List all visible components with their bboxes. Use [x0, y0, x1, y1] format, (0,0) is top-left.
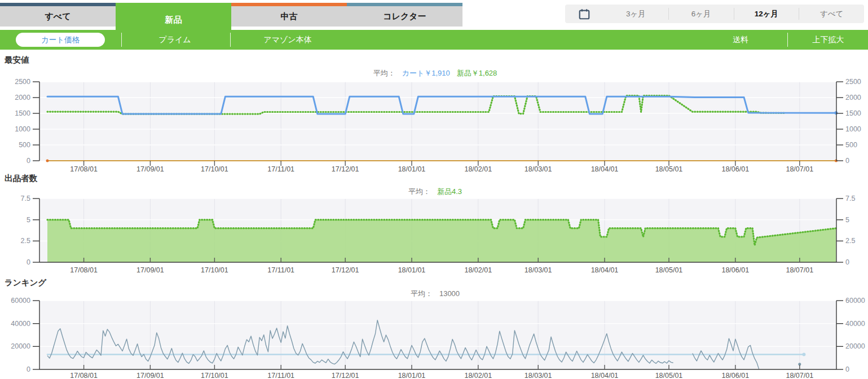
expand-vertical-button[interactable]: 上下拡大: [793, 30, 863, 50]
svg-text:18/05/01: 18/05/01: [655, 372, 683, 379]
svg-text:17/11/01: 17/11/01: [267, 266, 294, 274]
price-type-toolbar: カート価格 プライム アマゾン本体 送料 上下拡大: [0, 30, 868, 50]
svg-text:0: 0: [845, 258, 849, 266]
tab-new[interactable]: 新品: [116, 3, 231, 33]
price-tracker-page: すべて 新品 中古 コレクター 3ヶ月 6ヶ月 12ヶ月 すべて カート価格 プ…: [0, 0, 868, 379]
svg-text:17/09/01: 17/09/01: [136, 266, 164, 274]
svg-text:2000: 2000: [845, 94, 861, 102]
svg-text:0: 0: [845, 157, 849, 165]
svg-text:18/01/01: 18/01/01: [398, 266, 426, 274]
svg-text:18/06/01: 18/06/01: [721, 266, 749, 274]
tab-all[interactable]: すべて: [0, 3, 116, 27]
svg-text:18/05/01: 18/05/01: [655, 266, 683, 274]
cart-price-button[interactable]: カート価格: [16, 33, 105, 47]
condition-tabs: すべて 新品 中古 コレクター: [0, 3, 462, 33]
prime-button[interactable]: プライム: [130, 30, 220, 50]
tab-collectible[interactable]: コレクター: [347, 3, 462, 27]
tab-all-label: すべて: [45, 11, 71, 22]
svg-text:60000: 60000: [845, 298, 865, 305]
svg-text:40000: 40000: [11, 320, 30, 328]
svg-text:18/07/01: 18/07/01: [786, 165, 813, 173]
svg-text:18/03/01: 18/03/01: [525, 165, 552, 173]
svg-text:7.5: 7.5: [845, 195, 855, 202]
svg-text:18/04/01: 18/04/01: [591, 165, 619, 173]
svg-text:18/06/01: 18/06/01: [721, 372, 749, 379]
svg-text:17/12/01: 17/12/01: [332, 372, 359, 379]
svg-text:18/07/01: 18/07/01: [786, 266, 813, 274]
tab-used-label: 中古: [281, 11, 298, 22]
toolbar-separator: [230, 33, 231, 47]
svg-text:18/03/01: 18/03/01: [525, 266, 552, 274]
svg-text:18/02/01: 18/02/01: [464, 372, 492, 379]
tab-collectible-label: コレクター: [383, 11, 426, 22]
svg-text:5: 5: [27, 216, 30, 224]
svg-text:60000: 60000: [11, 298, 30, 305]
toolbar-separator: [121, 33, 122, 47]
lowest-price-chart[interactable]: 0050050010001000150015002000200025002500…: [0, 78, 868, 177]
svg-text:0: 0: [27, 258, 30, 266]
svg-text:2500: 2500: [15, 78, 30, 86]
svg-text:0: 0: [845, 365, 849, 373]
svg-text:40000: 40000: [845, 320, 865, 328]
shipping-button[interactable]: 送料: [710, 30, 772, 50]
svg-text:17/08/01: 17/08/01: [70, 372, 98, 379]
svg-text:2.5: 2.5: [21, 237, 30, 245]
svg-text:18/05/01: 18/05/01: [655, 165, 683, 173]
svg-text:18/04/01: 18/04/01: [591, 266, 619, 274]
svg-text:18/02/01: 18/02/01: [464, 266, 492, 274]
svg-text:17/09/01: 17/09/01: [136, 372, 164, 379]
svg-text:18/07/01: 18/07/01: [786, 372, 813, 379]
amazon-button[interactable]: アマゾン本体: [243, 30, 333, 50]
tab-used[interactable]: 中古: [231, 3, 347, 27]
date-range-bar: 3ヶ月 6ヶ月 12ヶ月 すべて: [565, 5, 864, 23]
chart-average-label: 平均：カート￥1,910新品￥1,628: [0, 68, 868, 78]
svg-text:1500: 1500: [15, 109, 30, 117]
svg-text:0: 0: [27, 157, 30, 165]
svg-text:18/01/01: 18/01/01: [398, 372, 426, 379]
svg-text:18/03/01: 18/03/01: [525, 372, 552, 379]
svg-text:20000: 20000: [845, 342, 865, 350]
svg-text:17/12/01: 17/12/01: [332, 266, 359, 274]
svg-text:17/11/01: 17/11/01: [267, 165, 294, 173]
svg-text:17/10/01: 17/10/01: [201, 372, 228, 379]
svg-text:2000: 2000: [15, 94, 30, 102]
svg-text:18/02/01: 18/02/01: [464, 165, 492, 173]
svg-text:17/08/01: 17/08/01: [70, 165, 98, 173]
svg-text:5: 5: [845, 216, 849, 224]
svg-text:18/04/01: 18/04/01: [591, 372, 619, 379]
svg-text:17/11/01: 17/11/01: [267, 372, 294, 379]
chart-title-ranking: ランキング: [5, 277, 46, 288]
svg-text:17/08/01: 17/08/01: [70, 266, 98, 274]
svg-text:20000: 20000: [11, 342, 30, 350]
svg-text:17/10/01: 17/10/01: [201, 266, 228, 274]
svg-text:500: 500: [19, 141, 30, 149]
svg-text:1000: 1000: [845, 125, 861, 133]
range-3-months[interactable]: 3ヶ月: [603, 8, 668, 20]
seller-count-chart[interactable]: 002.52.5557.57.517/08/0117/09/0117/10/01…: [0, 195, 868, 280]
calendar-icon[interactable]: [565, 8, 603, 20]
toolbar-separator: [787, 33, 788, 47]
svg-text:18/01/01: 18/01/01: [398, 165, 426, 173]
tab-new-label: 新品: [165, 15, 182, 25]
svg-text:1500: 1500: [845, 109, 861, 117]
chart-title-seller-count: 出品者数: [5, 173, 37, 184]
ranking-chart[interactable]: 0020000200004000040000600006000017/08/01…: [0, 298, 868, 379]
svg-text:17/12/01: 17/12/01: [332, 165, 359, 173]
chart-title-lowest-price: 最安値: [5, 55, 29, 65]
range-all[interactable]: すべて: [799, 8, 864, 20]
svg-text:2.5: 2.5: [845, 237, 855, 245]
range-12-months[interactable]: 12ヶ月: [734, 8, 799, 20]
svg-text:17/10/01: 17/10/01: [201, 165, 228, 173]
svg-text:18/06/01: 18/06/01: [721, 165, 749, 173]
svg-text:2500: 2500: [845, 78, 861, 86]
svg-text:500: 500: [845, 141, 857, 149]
svg-text:1000: 1000: [15, 125, 30, 133]
svg-text:17/09/01: 17/09/01: [136, 165, 164, 173]
svg-text:7.5: 7.5: [21, 195, 30, 202]
svg-text:0: 0: [27, 365, 30, 373]
range-6-months[interactable]: 6ヶ月: [668, 8, 734, 20]
